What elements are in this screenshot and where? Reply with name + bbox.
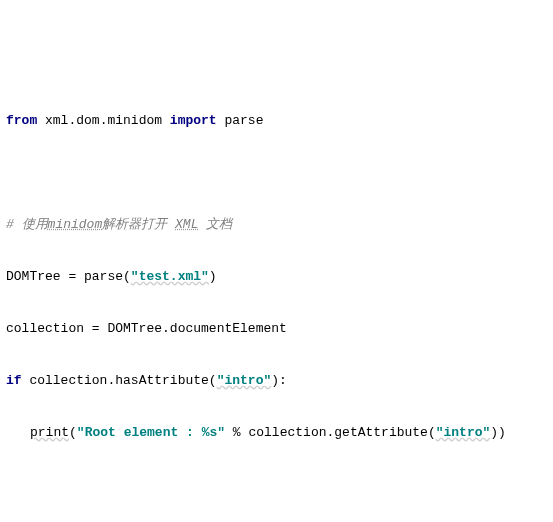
code-line-5: if collection.hasAttribute("intro"): xyxy=(6,368,547,394)
comment-part: 解析器打开 xyxy=(102,217,175,232)
string: "intro" xyxy=(217,373,272,388)
comment-part: 文档 xyxy=(198,217,232,232)
blank-line xyxy=(6,472,547,498)
code: ( xyxy=(69,425,77,440)
code: collection.hasAttribute( xyxy=(22,373,217,388)
module-name: xml.dom.minidom xyxy=(37,113,170,128)
comment-underline: XML xyxy=(175,217,198,232)
import-name: parse xyxy=(217,113,264,128)
comment-part: # 使用 xyxy=(6,217,48,232)
string: "Root element : %s" xyxy=(77,425,225,440)
code: DOMTree = parse( xyxy=(6,269,131,284)
fn-print: print xyxy=(30,425,69,440)
code: ) xyxy=(209,269,217,284)
kw-if: if xyxy=(6,373,22,388)
code-line-comment-1: # 使用minidom解析器打开 XML 文档 xyxy=(6,212,547,238)
code: % collection.getAttribute( xyxy=(225,425,436,440)
string: "test.xml" xyxy=(131,269,209,284)
code: ): xyxy=(271,373,287,388)
comment-underline: minidom xyxy=(48,217,103,232)
string: "intro" xyxy=(436,425,491,440)
code-line-1: from xml.dom.minidom import parse xyxy=(6,108,547,134)
kw-from: from xyxy=(6,113,37,128)
code-line-4: collection = DOMTree.documentElement xyxy=(6,316,547,342)
kw-import: import xyxy=(170,113,217,128)
code-line-6: print("Root element : %s" % collection.g… xyxy=(6,420,547,446)
blank-line xyxy=(6,160,547,186)
code-line-3: DOMTree = parse("test.xml") xyxy=(6,264,547,290)
code: )) xyxy=(490,425,506,440)
